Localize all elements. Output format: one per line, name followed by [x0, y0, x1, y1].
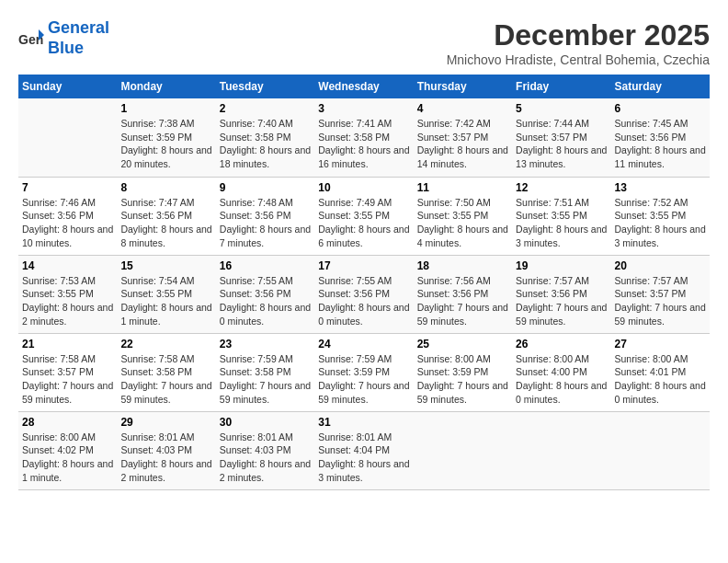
day-number: 12 [516, 181, 607, 194]
day-number: 27 [615, 338, 706, 350]
header-sunday: Sunday [18, 75, 117, 98]
header-row: Sunday Monday Tuesday Wednesday Thursday… [18, 75, 710, 98]
header-tuesday: Tuesday [216, 75, 314, 98]
calendar-cell: 11 Sunrise: 7:50 AMSunset: 3:55 PMDaylig… [414, 177, 512, 255]
calendar-cell: 10 Sunrise: 7:49 AMSunset: 3:55 PMDaylig… [314, 177, 413, 255]
day-number: 17 [318, 259, 409, 272]
calendar-table: Sunday Monday Tuesday Wednesday Thursday… [18, 75, 710, 490]
header-friday: Friday [512, 75, 610, 98]
calendar-cell [18, 98, 117, 177]
day-number: 5 [516, 102, 607, 115]
day-number: 8 [120, 181, 211, 194]
day-number: 3 [318, 102, 409, 115]
day-info: Sunrise: 7:59 AMSunset: 3:58 PMDaylight:… [220, 352, 311, 407]
day-info: Sunrise: 7:57 AMSunset: 3:57 PMDaylight:… [615, 274, 706, 328]
day-number: 21 [22, 338, 113, 350]
day-number: 24 [318, 338, 409, 350]
calendar-cell: 14 Sunrise: 7:53 AMSunset: 3:55 PMDaylig… [18, 255, 117, 333]
day-info: Sunrise: 7:50 AMSunset: 3:55 PMDaylight:… [417, 196, 508, 250]
day-number: 26 [516, 338, 607, 350]
calendar-cell: 18 Sunrise: 7:56 AMSunset: 3:56 PMDaylig… [414, 255, 512, 333]
calendar-cell: 26 Sunrise: 8:00 AMSunset: 4:00 PMDaylig… [512, 333, 610, 411]
day-info: Sunrise: 7:47 AMSunset: 3:56 PMDaylight:… [120, 196, 211, 250]
calendar-week-3: 14 Sunrise: 7:53 AMSunset: 3:55 PMDaylig… [18, 255, 710, 333]
calendar-cell: 6 Sunrise: 7:45 AMSunset: 3:56 PMDayligh… [611, 98, 710, 177]
calendar-cell: 29 Sunrise: 8:01 AMSunset: 4:03 PMDaylig… [117, 411, 215, 489]
day-number: 16 [220, 259, 311, 272]
day-info: Sunrise: 8:00 AMSunset: 4:01 PMDaylight:… [615, 352, 706, 407]
calendar-week-2: 7 Sunrise: 7:46 AMSunset: 3:56 PMDayligh… [18, 177, 710, 255]
calendar-cell: 24 Sunrise: 7:59 AMSunset: 3:59 PMDaylig… [314, 333, 413, 411]
calendar-cell: 5 Sunrise: 7:44 AMSunset: 3:57 PMDayligh… [512, 98, 610, 177]
calendar-cell: 19 Sunrise: 7:57 AMSunset: 3:56 PMDaylig… [512, 255, 610, 333]
day-number: 25 [417, 338, 508, 350]
day-info: Sunrise: 7:59 AMSunset: 3:59 PMDaylight:… [318, 352, 409, 407]
calendar-cell: 13 Sunrise: 7:52 AMSunset: 3:55 PMDaylig… [611, 177, 710, 255]
calendar-week-4: 21 Sunrise: 7:58 AMSunset: 3:57 PMDaylig… [18, 333, 710, 411]
day-info: Sunrise: 8:00 AMSunset: 4:02 PMDaylight:… [22, 431, 113, 485]
day-info: Sunrise: 8:01 AMSunset: 4:03 PMDaylight:… [120, 431, 211, 485]
logo-text-line1: General [48, 18, 109, 39]
calendar-cell: 25 Sunrise: 8:00 AMSunset: 3:59 PMDaylig… [414, 333, 512, 411]
calendar-cell: 7 Sunrise: 7:46 AMSunset: 3:56 PMDayligh… [18, 177, 117, 255]
calendar-cell: 22 Sunrise: 7:58 AMSunset: 3:58 PMDaylig… [117, 333, 215, 411]
header-monday: Monday [117, 75, 215, 98]
calendar-cell [512, 411, 610, 489]
calendar-cell [611, 411, 710, 489]
calendar-cell: 31 Sunrise: 8:01 AMSunset: 4:04 PMDaylig… [314, 411, 413, 489]
day-number: 9 [220, 181, 311, 194]
day-info: Sunrise: 7:55 AMSunset: 3:56 PMDaylight:… [220, 274, 311, 328]
calendar-cell: 16 Sunrise: 7:55 AMSunset: 3:56 PMDaylig… [216, 255, 314, 333]
day-number: 18 [417, 259, 508, 272]
calendar-cell: 4 Sunrise: 7:42 AMSunset: 3:57 PMDayligh… [414, 98, 512, 177]
day-info: Sunrise: 7:49 AMSunset: 3:55 PMDaylight:… [318, 196, 409, 250]
day-info: Sunrise: 7:58 AMSunset: 3:58 PMDaylight:… [120, 352, 211, 407]
day-info: Sunrise: 7:54 AMSunset: 3:55 PMDaylight:… [120, 274, 211, 328]
day-number: 14 [22, 259, 113, 272]
logo-text-line2: Blue [48, 39, 109, 59]
day-info: Sunrise: 7:41 AMSunset: 3:58 PMDaylight:… [318, 117, 409, 171]
day-info: Sunrise: 7:53 AMSunset: 3:55 PMDaylight:… [22, 274, 113, 328]
calendar-week-1: 1 Sunrise: 7:38 AMSunset: 3:59 PMDayligh… [18, 98, 710, 177]
calendar-cell: 30 Sunrise: 8:01 AMSunset: 4:03 PMDaylig… [216, 411, 314, 489]
day-info: Sunrise: 8:00 AMSunset: 4:00 PMDaylight:… [516, 352, 607, 407]
calendar-cell: 9 Sunrise: 7:48 AMSunset: 3:56 PMDayligh… [216, 177, 314, 255]
day-info: Sunrise: 7:45 AMSunset: 3:56 PMDaylight:… [615, 117, 706, 171]
calendar-cell: 3 Sunrise: 7:41 AMSunset: 3:58 PMDayligh… [314, 98, 413, 177]
calendar-cell: 2 Sunrise: 7:40 AMSunset: 3:58 PMDayligh… [216, 98, 314, 177]
day-number: 10 [318, 181, 409, 194]
day-number: 29 [120, 416, 211, 429]
day-info: Sunrise: 7:55 AMSunset: 3:56 PMDaylight:… [318, 274, 409, 328]
day-info: Sunrise: 7:52 AMSunset: 3:55 PMDaylight:… [615, 196, 706, 250]
day-number: 6 [615, 102, 706, 115]
day-number: 7 [22, 181, 113, 194]
day-number: 23 [220, 338, 311, 350]
calendar-week-5: 28 Sunrise: 8:00 AMSunset: 4:02 PMDaylig… [18, 411, 710, 489]
day-number: 13 [615, 181, 706, 194]
header-thursday: Thursday [414, 75, 512, 98]
day-info: Sunrise: 8:00 AMSunset: 3:59 PMDaylight:… [417, 352, 508, 407]
day-number: 28 [22, 416, 113, 429]
day-info: Sunrise: 7:58 AMSunset: 3:57 PMDaylight:… [22, 352, 113, 407]
day-info: Sunrise: 8:01 AMSunset: 4:03 PMDaylight:… [220, 431, 311, 485]
calendar-header: Sunday Monday Tuesday Wednesday Thursday… [18, 75, 710, 98]
day-info: Sunrise: 7:42 AMSunset: 3:57 PMDaylight:… [417, 117, 508, 171]
day-info: Sunrise: 7:40 AMSunset: 3:58 PMDaylight:… [220, 117, 311, 171]
header-wednesday: Wednesday [314, 75, 413, 98]
logo: Gen General Blue [18, 18, 109, 58]
day-number: 2 [220, 102, 311, 115]
calendar-cell: 20 Sunrise: 7:57 AMSunset: 3:57 PMDaylig… [611, 255, 710, 333]
day-info: Sunrise: 8:01 AMSunset: 4:04 PMDaylight:… [318, 431, 409, 485]
day-number: 11 [417, 181, 508, 194]
day-info: Sunrise: 7:46 AMSunset: 3:56 PMDaylight:… [22, 196, 113, 250]
day-info: Sunrise: 7:51 AMSunset: 3:55 PMDaylight:… [516, 196, 607, 250]
calendar-cell: 23 Sunrise: 7:59 AMSunset: 3:58 PMDaylig… [216, 333, 314, 411]
day-number: 22 [120, 338, 211, 350]
page-header: Gen General Blue December 2025 Mnichovo … [18, 18, 710, 67]
calendar-cell: 21 Sunrise: 7:58 AMSunset: 3:57 PMDaylig… [18, 333, 117, 411]
calendar-cell: 15 Sunrise: 7:54 AMSunset: 3:55 PMDaylig… [117, 255, 215, 333]
month-title: December 2025 [447, 18, 710, 52]
day-info: Sunrise: 7:56 AMSunset: 3:56 PMDaylight:… [417, 274, 508, 328]
day-number: 4 [417, 102, 508, 115]
calendar-cell: 17 Sunrise: 7:55 AMSunset: 3:56 PMDaylig… [314, 255, 413, 333]
